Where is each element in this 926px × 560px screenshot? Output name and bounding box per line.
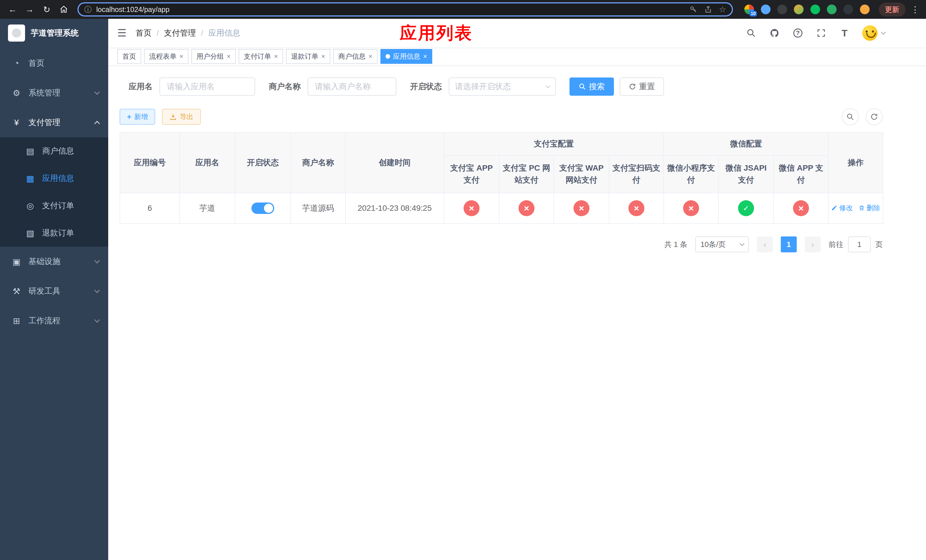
add-button[interactable]: + 新增 [120, 109, 155, 125]
password-key-icon[interactable] [689, 5, 698, 14]
merchant-name-input[interactable] [307, 77, 396, 96]
browser-back-button[interactable]: ← [5, 2, 21, 17]
sidebar-logo-row[interactable]: 芋道管理系统 [0, 19, 108, 47]
enabled-toggle[interactable] [251, 203, 274, 214]
app-name-label: 应用名 [129, 81, 153, 92]
extension-green-check-icon[interactable] [810, 5, 820, 14]
extension-avatar-icon[interactable] [794, 5, 803, 14]
help-icon[interactable]: ? [792, 27, 803, 39]
tab-label: 支付订单 [244, 52, 271, 61]
search-form: 应用名 商户名称 开启状态 请选择开启状态 [129, 77, 883, 96]
sidebar-item-refund-orders[interactable]: ▧ 退款订单 [0, 219, 108, 247]
extension-puzzle-icon[interactable] [843, 5, 853, 14]
browser-reload-button[interactable]: ↻ [39, 2, 54, 17]
page-size-value: 10条/页 [701, 239, 726, 250]
breadcrumb-payment[interactable]: 支付管理 [164, 28, 196, 38]
toggle-search-button[interactable] [842, 108, 859, 125]
goto-page-input[interactable] [848, 236, 871, 252]
top-navbar: ☰ 首页 / 支付管理 / 应用信息 应用列表 [108, 19, 926, 47]
close-icon[interactable]: × [227, 53, 231, 60]
close-icon[interactable]: × [423, 53, 427, 60]
sidebar-item-payment[interactable]: ¥ 支付管理 [0, 107, 108, 137]
url-text[interactable]: localhost:1024/pay/app [96, 5, 689, 14]
tab-app-info[interactable]: 应用信息 × [380, 49, 432, 64]
browser-forward-button[interactable]: → [22, 2, 38, 17]
cell-operations: 修改 删除 [828, 193, 883, 224]
status-check-icon [738, 200, 754, 216]
breadcrumb: 首页 / 支付管理 / 应用信息 [136, 28, 240, 38]
tab-refund-orders[interactable]: 退款订单 × [286, 49, 330, 64]
close-icon[interactable]: × [368, 53, 372, 60]
sidebar-item-app-info[interactable]: ▦ 应用信息 [0, 165, 108, 192]
cell-status [235, 193, 291, 224]
col-alipay-qr: 支付宝扫码支付 [609, 155, 664, 193]
sidebar-item-infrastructure[interactable]: ▣ 基础设施 [0, 247, 108, 276]
search-button[interactable]: 搜索 [569, 77, 614, 96]
sidebar-collapse-icon[interactable]: ☰ [117, 27, 126, 39]
next-page-button[interactable]: › [805, 236, 821, 252]
extension-grid-icon[interactable]: 10 [744, 5, 754, 14]
tab-label: 流程表单 [149, 52, 177, 61]
breadcrumb-current: 应用信息 [209, 28, 240, 38]
fullscreen-icon[interactable] [816, 27, 827, 39]
sidebar-item-label: 系统管理 [29, 88, 88, 98]
current-page-button[interactable]: 1 [781, 236, 797, 252]
chrome-update-button[interactable]: 更新 [879, 3, 905, 17]
sidebar-item-workflow[interactable]: ⊞ 工作流程 [0, 306, 108, 336]
bookmark-star-icon[interactable]: ☆ [719, 5, 726, 14]
sidebar-item-pay-orders[interactable]: ◎ 支付订单 [0, 192, 108, 219]
app-name-input[interactable] [159, 77, 255, 96]
export-button[interactable]: 导出 [162, 109, 201, 125]
cell-alipay-qr [609, 193, 664, 224]
tab-home[interactable]: 首页 [117, 49, 141, 64]
site-info-icon[interactable]: ⓘ [84, 5, 92, 15]
status-select[interactable]: 请选择开启状态 [449, 77, 556, 96]
browser-menu-icon[interactable]: ⋮ [909, 5, 921, 15]
goto-suffix: 页 [875, 239, 883, 250]
font-size-icon[interactable]: T [839, 27, 850, 39]
home-icon [59, 5, 68, 14]
close-icon[interactable]: × [274, 53, 278, 60]
tab-pay-orders[interactable]: 支付订单 × [239, 49, 283, 64]
tab-merchant-info[interactable]: 商户信息 × [333, 49, 378, 64]
cell-wechat-app [774, 193, 828, 224]
github-icon[interactable] [769, 27, 780, 39]
tab-user-group[interactable]: 用户分组 × [191, 49, 236, 64]
sidebar-item-label: 首页 [29, 58, 99, 69]
extension-blue-icon[interactable] [761, 5, 770, 14]
edit-link[interactable]: 修改 [831, 203, 853, 212]
close-icon[interactable]: × [321, 53, 325, 60]
refresh-icon [870, 113, 878, 121]
col-app-id: 应用编号 [120, 132, 180, 193]
extension-chat-icon[interactable] [827, 5, 837, 14]
close-icon[interactable]: × [179, 53, 183, 60]
extension-dark-icon[interactable] [777, 5, 787, 14]
sidebar-item-system[interactable]: ⚙ 系统管理 [0, 78, 108, 107]
tab-process-form[interactable]: 流程表单 × [144, 49, 189, 64]
delete-link[interactable]: 删除 [858, 203, 880, 212]
extension-badge: 10 [749, 11, 757, 17]
reset-button[interactable]: 重置 [620, 77, 664, 96]
share-icon[interactable] [704, 5, 712, 14]
breadcrumb-home[interactable]: 首页 [136, 28, 151, 38]
chevron-down-icon [94, 288, 100, 293]
extension-emoji-icon[interactable] [860, 5, 870, 14]
sidebar-item-label: 商户信息 [42, 145, 99, 156]
sidebar-item-home[interactable]: ◔ 首页 [0, 48, 108, 78]
status-cross-icon [628, 200, 645, 216]
refresh-table-button[interactable] [865, 108, 883, 125]
prev-page-button[interactable]: ‹ [757, 236, 773, 252]
search-icon[interactable] [746, 27, 757, 39]
sidebar-item-merchant-info[interactable]: ▤ 商户信息 [0, 137, 108, 165]
address-bar[interactable]: ⓘ localhost:1024/pay/app ☆ [77, 2, 733, 17]
gear-icon: ⚙ [11, 88, 22, 98]
browser-home-button[interactable] [56, 2, 72, 17]
sidebar-item-dev-tools[interactable]: ⚒ 研发工具 [0, 276, 108, 306]
chevron-down-icon [94, 89, 100, 95]
tab-label: 退款订单 [291, 52, 318, 61]
user-avatar-menu[interactable] [862, 25, 885, 41]
page-size-select[interactable]: 10条/页 [695, 236, 749, 252]
table-toolbar: + 新增 导出 [120, 108, 883, 125]
cell-app-name: 芋道 [180, 193, 235, 224]
reset-button-label: 重置 [639, 81, 655, 92]
